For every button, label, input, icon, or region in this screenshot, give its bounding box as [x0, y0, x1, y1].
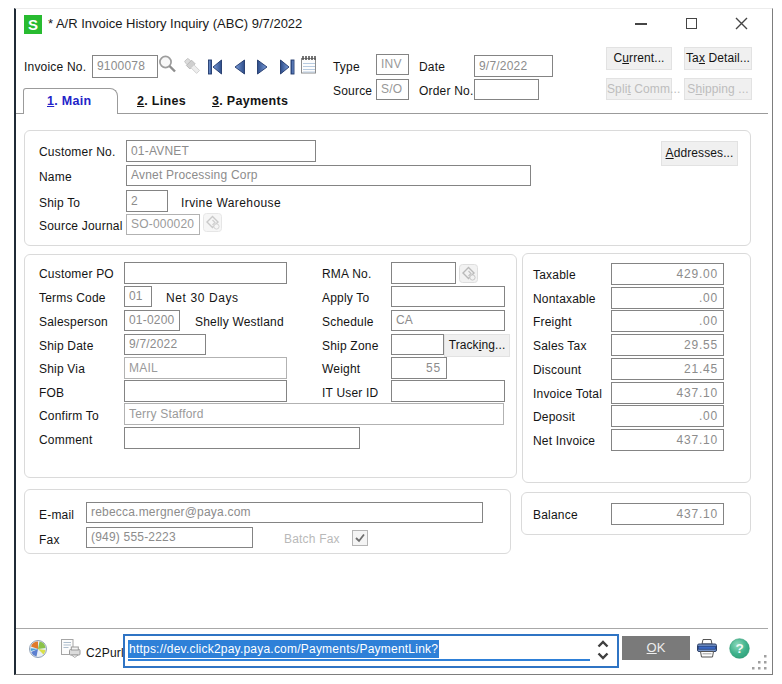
svg-text:?: ?	[735, 641, 743, 656]
